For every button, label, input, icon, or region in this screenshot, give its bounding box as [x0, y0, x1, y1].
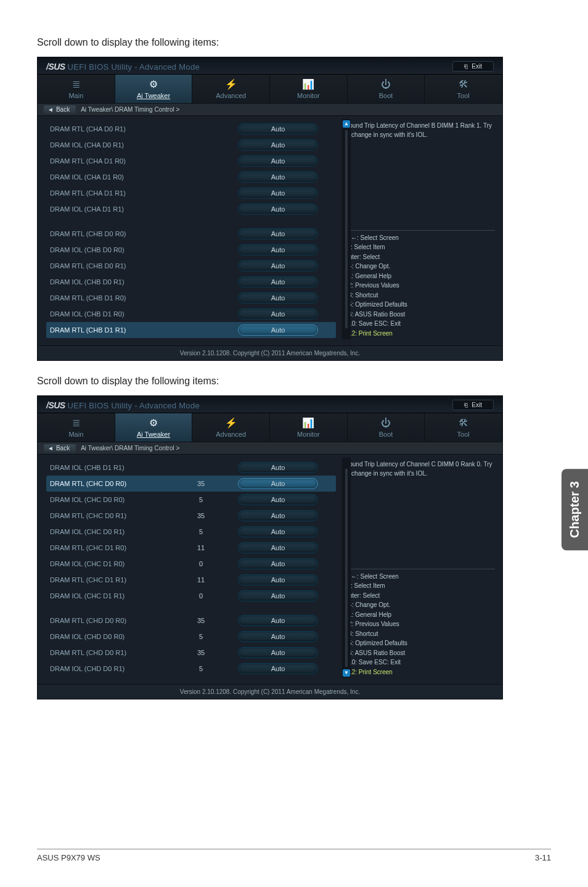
tab-label: Boot: [379, 431, 393, 438]
option-label: DRAM IOL (CHC D1 R1): [50, 592, 167, 600]
option-value-button[interactable]: Auto: [238, 526, 318, 537]
tab-main[interactable]: ≣Main: [38, 413, 115, 442]
option-label: DRAM RTL (CHB D1 R0): [50, 294, 167, 302]
tab-main[interactable]: ≣Main: [38, 75, 115, 103]
option-value-button[interactable]: Auto: [238, 260, 318, 271]
scrollbar[interactable]: ▲▼: [342, 119, 351, 339]
option-value-button[interactable]: Auto: [238, 204, 318, 215]
scrollbar[interactable]: ▲▼: [342, 458, 351, 678]
option-label: DRAM IOL (CHB D1 R0): [50, 310, 167, 318]
key-hint: +/-: Change Opt.: [345, 262, 495, 271]
tab-advanced[interactable]: ⚡Advanced: [192, 413, 270, 442]
tab-monitor[interactable]: 📊Monitor: [270, 75, 348, 103]
option-row[interactable]: DRAM RTL (CHB D1 R0)Auto: [46, 290, 336, 306]
option-row[interactable]: DRAM RTL (CHD D0 R1)35Auto: [46, 645, 336, 661]
option-value-button[interactable]: Auto: [238, 308, 318, 320]
option-value-button[interactable]: Auto: [238, 188, 318, 199]
option-row[interactable]: DRAM IOL (CHA D1 R1)Auto: [46, 201, 336, 217]
option-value-button[interactable]: Auto: [238, 510, 318, 521]
tab-ai-tweaker[interactable]: ⚙Ai Tweaker: [115, 413, 193, 442]
option-value-button[interactable]: Auto: [238, 590, 318, 601]
option-value-button[interactable]: Auto: [238, 228, 318, 239]
option-row[interactable]: DRAM RTL (CHC D0 R0)35Auto: [46, 476, 336, 492]
tab-tool[interactable]: 🛠Tool: [425, 413, 502, 442]
option-value-button[interactable]: Auto: [238, 663, 318, 674]
option-current-value: 35: [167, 649, 235, 656]
option-row[interactable]: DRAM IOL (CHA D1 R0)Auto: [46, 169, 336, 185]
tab-icon: 🛠: [459, 80, 468, 89]
key-hint: F6: ASUS Ratio Boost: [345, 310, 495, 320]
option-row[interactable]: DRAM RTL (CHB D1 R1)Auto: [46, 322, 336, 338]
option-row[interactable]: DRAM IOL (CHC D1 R1)0Auto: [46, 588, 336, 604]
tab-label: Ai Tweaker: [137, 92, 170, 99]
tab-ai-tweaker[interactable]: ⚙Ai Tweaker: [115, 75, 193, 103]
option-current-value: 5: [167, 665, 235, 672]
back-button[interactable]: ◄ Back: [44, 444, 76, 452]
option-row[interactable]: DRAM RTL (CHB D0 R0)Auto: [46, 226, 336, 242]
tab-advanced[interactable]: ⚡Advanced: [192, 75, 270, 103]
key-hint: F6: ASUS Ratio Boost: [345, 648, 495, 658]
option-value-button[interactable]: Auto: [238, 244, 318, 255]
back-arrow-icon: ◄: [47, 445, 54, 452]
scroll-up-icon[interactable]: ▲: [343, 120, 350, 128]
exit-label: Exit: [472, 402, 482, 408]
option-value-button[interactable]: Auto: [238, 647, 318, 658]
option-row[interactable]: DRAM RTL (CHB D0 R1)Auto: [46, 258, 336, 274]
tab-tool[interactable]: 🛠Tool: [425, 75, 502, 103]
option-value-button[interactable]: Auto: [238, 615, 318, 626]
option-value-button[interactable]: Auto: [238, 462, 318, 473]
option-value-button[interactable]: Auto: [238, 171, 318, 183]
option-label: DRAM IOL (CHB D0 R0): [50, 246, 167, 254]
scroll-track[interactable]: [345, 130, 348, 328]
tab-icon: 🛠: [459, 418, 468, 428]
key-hint: ↑↓: Select Item: [345, 581, 495, 591]
option-value-button[interactable]: Auto: [238, 631, 318, 642]
option-row[interactable]: DRAM IOL (CHB D0 R1)Auto: [46, 274, 336, 290]
option-row[interactable]: DRAM RTL (CHA D0 R1)Auto: [46, 121, 336, 137]
option-value-button[interactable]: Auto: [238, 478, 318, 489]
back-button[interactable]: ◄ Back: [44, 105, 76, 113]
tab-boot[interactable]: ⏻Boot: [348, 75, 425, 103]
option-value-button[interactable]: Auto: [238, 558, 318, 569]
option-row[interactable]: DRAM IOL (CHC D1 R0)0Auto: [46, 556, 336, 572]
option-row[interactable]: DRAM IOL (CHB D1 R0)Auto: [46, 306, 336, 322]
option-value-button[interactable]: Auto: [238, 324, 318, 336]
option-current-value: 5: [167, 528, 235, 535]
option-label: DRAM RTL (CHD D0 R0): [50, 617, 167, 624]
option-value-button[interactable]: Auto: [238, 123, 318, 134]
exit-icon: ⎗: [464, 63, 468, 70]
key-hint: Enter: Select: [345, 252, 495, 262]
option-value-button[interactable]: Auto: [238, 574, 318, 585]
scroll-track[interactable]: [345, 469, 348, 667]
exit-button[interactable]: ⎗ Exit: [452, 61, 494, 72]
option-row[interactable]: DRAM IOL (CHD D0 R1)5Auto: [46, 661, 336, 677]
scroll-down-icon[interactable]: ▼: [343, 669, 350, 677]
option-row[interactable]: DRAM IOL (CHB D1 R1)Auto: [46, 460, 336, 476]
option-row[interactable]: DRAM IOL (CHC D0 R0)5Auto: [46, 492, 336, 508]
option-value-button[interactable]: Auto: [238, 276, 318, 287]
tab-monitor[interactable]: 📊Monitor: [270, 413, 348, 442]
option-label: DRAM RTL (CHB D0 R1): [50, 262, 167, 270]
tab-boot[interactable]: ⏻Boot: [348, 413, 425, 442]
option-value-button[interactable]: Auto: [238, 494, 318, 505]
option-value-button[interactable]: Auto: [238, 139, 318, 151]
bios-title: /SUS UEFI BIOS Utility - Advanced Mode: [46, 62, 200, 72]
option-label: DRAM IOL (CHD D0 R1): [50, 665, 167, 672]
option-row[interactable]: DRAM RTL (CHD D0 R0)35Auto: [46, 613, 336, 629]
option-label: DRAM IOL (CHC D1 R0): [50, 560, 167, 567]
option-row[interactable]: DRAM IOL (CHA D0 R1)Auto: [46, 137, 336, 153]
option-row[interactable]: DRAM RTL (CHC D1 R1)11Auto: [46, 572, 336, 588]
option-value-button[interactable]: Auto: [238, 292, 318, 303]
option-row[interactable]: DRAM RTL (CHA D1 R0)Auto: [46, 153, 336, 169]
option-value-button[interactable]: Auto: [238, 542, 318, 553]
option-row[interactable]: DRAM RTL (CHC D1 R0)11Auto: [46, 540, 336, 556]
option-value-button[interactable]: Auto: [238, 155, 318, 167]
option-row[interactable]: DRAM IOL (CHC D0 R1)5Auto: [46, 524, 336, 540]
tab-label: Main: [68, 92, 83, 99]
exit-button[interactable]: ⎗ Exit: [452, 400, 494, 410]
option-row[interactable]: DRAM IOL (CHB D0 R0)Auto: [46, 242, 336, 258]
option-row[interactable]: DRAM IOL (CHD D0 R0)5Auto: [46, 629, 336, 645]
option-row[interactable]: DRAM RTL (CHC D0 R1)35Auto: [46, 508, 336, 524]
option-row[interactable]: DRAM RTL (CHA D1 R1)Auto: [46, 185, 336, 201]
option-label: DRAM IOL (CHA D1 R0): [50, 173, 167, 181]
